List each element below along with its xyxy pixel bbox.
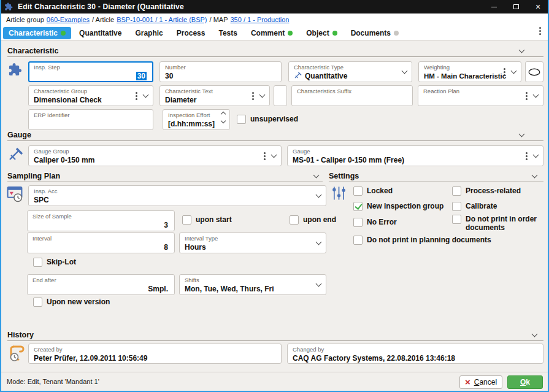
breadcrumb-link-article-group[interactable]: 060-Examples: [47, 16, 90, 23]
chevron-down-icon[interactable]: [316, 239, 322, 245]
weighting-field[interactable]: Weighting HM - Main Characteristic: [418, 61, 521, 82]
new-inspection-group-checkbox[interactable]: New inspection group: [353, 202, 443, 211]
oval-symbol-icon: [527, 67, 542, 77]
characteristics-suffix-field[interactable]: Characteristics Suffix: [291, 85, 413, 106]
no-error-checkbox[interactable]: No Error: [353, 218, 397, 227]
characteristic-text-extra-field[interactable]: [274, 85, 287, 106]
field-value: HM - Main Characteristic: [424, 71, 516, 81]
tab-comment[interactable]: Comment: [245, 27, 298, 39]
maximize-icon: [513, 4, 519, 9]
cancel-button[interactable]: × Cancel: [459, 375, 502, 389]
unsupervised-checkbox[interactable]: unsupervised: [237, 115, 298, 124]
upon-new-version-checkbox[interactable]: Upon new version: [33, 298, 110, 307]
upon-end-checkbox[interactable]: upon end: [290, 215, 336, 225]
characteristic-group-field[interactable]: Characteristic Group Dimensional Check: [28, 85, 153, 106]
interval-field[interactable]: Interval 8: [27, 233, 175, 253]
ok-button[interactable]: Ok: [507, 375, 543, 389]
end-after-field[interactable]: End after Smpl.: [27, 274, 175, 295]
field-unit: Smpl.: [33, 284, 169, 294]
changed-by-field: Changed by CAQ AG Factory Systems, 22.08…: [287, 344, 543, 364]
collapse-history-icon[interactable]: [532, 331, 538, 337]
chevron-down-icon[interactable]: [316, 192, 322, 198]
field-label: Characteristic Text: [165, 88, 264, 95]
breadcrumb-link-map[interactable]: 350 / 1 - Production: [230, 16, 289, 23]
more-options-icon[interactable]: [136, 95, 137, 97]
field-label: Number: [165, 64, 276, 71]
chevron-down-icon[interactable]: [533, 92, 539, 98]
characteristic-type-field[interactable]: Characteristic Type Quantitative: [288, 61, 412, 82]
shifts-field[interactable]: Shifts Mon, Tue, Wed, Thurs, Fri: [179, 274, 326, 295]
field-label: Characteristic Group: [34, 88, 148, 95]
insp-acc-field[interactable]: Insp. Acc SPC: [28, 185, 326, 206]
tab-label: Object: [306, 29, 329, 37]
checkbox-label: New inspection group: [367, 202, 443, 211]
history-icon: [8, 344, 25, 363]
tab-overflow-menu-icon[interactable]: [539, 30, 541, 32]
tab-process[interactable]: Process: [171, 27, 211, 39]
tab-graphic[interactable]: Graphic: [129, 27, 168, 39]
collapse-gauge-icon[interactable]: [519, 131, 525, 137]
tab-object[interactable]: Object: [301, 27, 342, 39]
breadcrumb-link-article[interactable]: BSP-10-001 / 1 - Article (BSP): [117, 16, 207, 23]
chevron-down-icon[interactable]: [402, 68, 408, 74]
characteristic-symbol-button[interactable]: [525, 61, 543, 82]
field-label: Interval: [33, 235, 169, 242]
chevron-down-icon[interactable]: [533, 152, 539, 158]
collapse-settings-icon[interactable]: [532, 172, 538, 179]
window-title: Edit Characteristic 30 - Diameter (Quant…: [18, 2, 483, 11]
section-title-gauge: Gauge: [7, 131, 31, 139]
more-options-icon[interactable]: [504, 71, 505, 73]
chevron-down-icon: [221, 118, 226, 123]
locked-checkbox[interactable]: Locked: [353, 186, 393, 196]
field-value: 30: [165, 71, 276, 81]
no-print-planning-checkbox[interactable]: Do not print in planning documents: [353, 236, 491, 245]
checkbox-icon: [452, 202, 461, 211]
inspection-effort-field[interactable]: Inspection Effort [d.hh:mm:ss]: [163, 109, 230, 130]
gauge-group-field[interactable]: Gauge Group Caliper 0-150 mm: [28, 145, 282, 166]
chevron-down-icon[interactable]: [271, 152, 277, 158]
tab-documents[interactable]: Documents: [345, 27, 404, 39]
interval-type-field[interactable]: Interval Type Hours: [179, 233, 326, 253]
checkbox-label: upon start: [196, 215, 232, 225]
section-rule: [7, 56, 543, 57]
size-of-sample-field[interactable]: Size of Sample 3: [27, 210, 175, 231]
section-rule: [329, 182, 543, 182]
no-print-order-checkbox[interactable]: Do not print in order documents: [452, 215, 549, 232]
gauge-field[interactable]: Gauge MS-01 - Caliper 0-150 mm (Free): [287, 145, 543, 166]
insp-step-field[interactable]: Insp. Step 30: [28, 61, 153, 82]
checkbox-icon: [353, 202, 363, 211]
reaction-plan-field[interactable]: Reaction Plan: [418, 85, 543, 106]
checkbox-label: Upon new version: [47, 298, 110, 307]
more-options-icon[interactable]: [526, 95, 528, 97]
checkbox-icon: [353, 236, 363, 245]
skip-lot-checkbox[interactable]: Skip-Lot: [33, 258, 76, 267]
collapse-characteristic-icon[interactable]: [519, 47, 525, 53]
chevron-down-icon[interactable]: [259, 92, 266, 98]
field-label: Characteristic Type: [294, 64, 407, 71]
tab-quantitative[interactable]: Quantitative: [74, 27, 127, 39]
more-options-icon[interactable]: [526, 155, 528, 157]
chevron-down-icon[interactable]: [511, 68, 517, 74]
cancel-label: Cancel: [474, 378, 497, 386]
field-label: Insp. Acc: [34, 188, 321, 195]
erp-identifier-field[interactable]: ERP Identifier: [28, 109, 153, 130]
upon-start-checkbox[interactable]: upon start: [182, 215, 232, 225]
number-field[interactable]: Number 30: [159, 61, 282, 82]
more-options-icon[interactable]: [252, 95, 254, 97]
tab-tests[interactable]: Tests: [213, 27, 242, 39]
field-label: Created by: [34, 346, 276, 353]
minimize-button[interactable]: [483, 0, 505, 13]
spinner-control[interactable]: [221, 112, 225, 123]
calibrate-checkbox[interactable]: Calibrate: [452, 202, 497, 211]
characteristic-text-field[interactable]: Characteristic Text Diameter: [159, 85, 270, 106]
checkbox-icon: [353, 186, 363, 196]
chevron-down-icon[interactable]: [316, 281, 322, 287]
chevron-down-icon[interactable]: [143, 92, 149, 98]
process-related-checkbox[interactable]: Process-related: [452, 186, 521, 196]
maximize-button[interactable]: [505, 0, 527, 13]
section-rule: [7, 140, 543, 141]
collapse-sampling-plan-icon[interactable]: [313, 172, 320, 179]
close-button[interactable]: ×: [527, 0, 549, 13]
tab-characteristic[interactable]: Characteristic: [3, 27, 71, 39]
more-options-icon[interactable]: [264, 155, 266, 157]
